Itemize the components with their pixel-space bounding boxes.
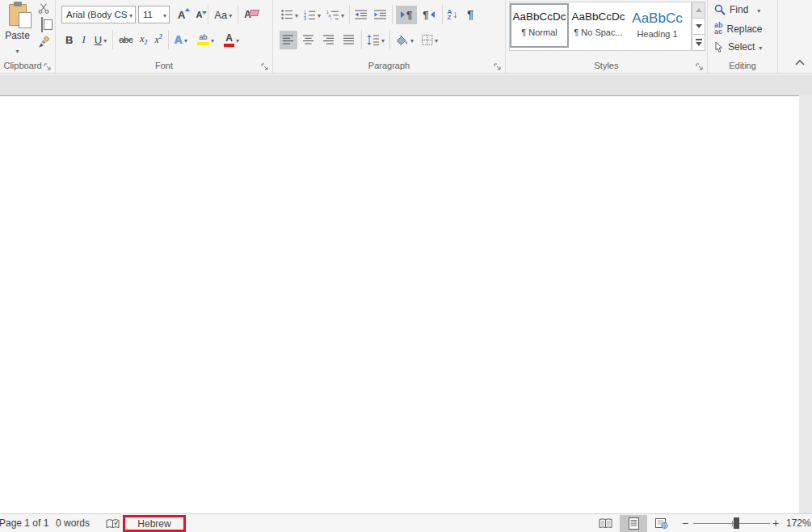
- styles-gallery-scrollbar: [692, 2, 705, 51]
- paragraph-group: 123 1ai ¶ ¶: [273, 0, 506, 73]
- numbering-button[interactable]: 123: [302, 6, 322, 24]
- chevron-up-icon: [794, 59, 806, 65]
- font-name-value: Arial (Body CS: [66, 10, 127, 19]
- increase-indent-button[interactable]: [372, 6, 389, 24]
- read-mode-icon: [599, 518, 612, 529]
- decrease-indent-button[interactable]: [353, 6, 369, 24]
- styles-group: AaBbCcDc ¶ Normal AaBbCcDc ¶ No Spac... …: [506, 0, 708, 73]
- scissors-icon: [38, 3, 49, 14]
- justify-button[interactable]: [340, 31, 358, 49]
- show-hide-formatting-button[interactable]: ¶: [465, 6, 475, 24]
- align-left-button[interactable]: [280, 31, 297, 49]
- proofing-book-icon: [106, 518, 120, 530]
- italic-button[interactable]: I: [79, 31, 87, 49]
- align-right-icon: [323, 35, 334, 44]
- styles-dialog-launcher[interactable]: [696, 60, 705, 69]
- borders-button[interactable]: [420, 31, 440, 49]
- read-mode-button[interactable]: [594, 515, 616, 532]
- right-to-left-direction-button[interactable]: ¶: [419, 6, 438, 24]
- document-page[interactable]: [0, 96, 799, 513]
- font-color-button[interactable]: A: [221, 31, 242, 49]
- replace-icon: abac: [714, 23, 723, 35]
- find-button[interactable]: Find: [714, 4, 760, 15]
- paragraph-dialog-launcher[interactable]: [494, 60, 503, 69]
- styles-scroll-down-button[interactable]: [692, 18, 705, 35]
- svg-text:i: i: [330, 16, 331, 20]
- cut-button[interactable]: [38, 3, 49, 14]
- find-dropdown-icon[interactable]: [757, 4, 760, 15]
- proofing-status-button[interactable]: [106, 518, 120, 532]
- format-painter-button[interactable]: [38, 36, 50, 49]
- collapse-ribbon-button[interactable]: [794, 54, 806, 69]
- ribbon-home-tab-content: Paste Clipboard Arial (Body CS: [0, 0, 812, 74]
- style-heading-1[interactable]: AaBbCc Heading 1: [628, 3, 687, 48]
- grow-font-button[interactable]: A: [175, 6, 187, 24]
- shrink-font-button[interactable]: A: [193, 6, 204, 24]
- select-dropdown-icon[interactable]: [759, 41, 762, 53]
- language-button[interactable]: Hebrew: [137, 518, 170, 530]
- style-no-spacing[interactable]: AaBbCcDc ¶ No Spac...: [569, 3, 628, 48]
- change-case-button[interactable]: Aa: [212, 6, 234, 24]
- replace-button[interactable]: abac Replace: [714, 23, 763, 35]
- editing-group-label: Editing: [708, 61, 777, 70]
- superscript-button[interactable]: x2: [153, 31, 165, 49]
- styles-scroll-up-button[interactable]: [692, 2, 705, 19]
- copy-button[interactable]: [41, 18, 46, 32]
- zoom-slider-track[interactable]: [693, 523, 770, 524]
- strikethrough-button[interactable]: abc: [116, 31, 135, 49]
- underline-button[interactable]: U: [92, 31, 109, 49]
- left-to-right-direction-button[interactable]: ¶: [396, 6, 417, 24]
- subscript-button[interactable]: x2: [137, 31, 149, 49]
- styles-group-label: Styles: [506, 61, 707, 70]
- align-right-button[interactable]: [320, 31, 338, 49]
- editing-group: Find abac Replace Select Editing: [708, 0, 778, 73]
- paste-label: Paste: [5, 30, 30, 41]
- font-group: Arial (Body CS 11 A A Aa A B: [56, 0, 273, 73]
- line-spacing-button[interactable]: [365, 31, 386, 49]
- word-count[interactable]: 0 words: [56, 517, 90, 529]
- paste-button[interactable]: Paste: [2, 2, 33, 58]
- zoom-slider-thumb[interactable]: [734, 517, 739, 529]
- shading-button[interactable]: [393, 31, 415, 49]
- font-dialog-launcher[interactable]: [261, 60, 270, 69]
- copy-icon: [41, 17, 43, 32]
- word-window: Paste Clipboard Arial (Body CS: [0, 0, 812, 532]
- font-name-dropdown-icon[interactable]: [127, 10, 133, 19]
- page-indicator[interactable]: Page 1 of 1: [0, 517, 48, 529]
- select-button[interactable]: Select: [714, 41, 762, 53]
- font-group-label: Font: [56, 61, 272, 70]
- paragraph-group-label: Paragraph: [273, 61, 505, 70]
- zoom-out-button[interactable]: −: [682, 517, 688, 530]
- multilevel-list-icon: 1ai: [326, 10, 339, 20]
- align-left-icon: [283, 35, 294, 44]
- multilevel-list-button[interactable]: 1ai: [325, 6, 346, 24]
- paste-dropdown-arrow-icon[interactable]: [15, 42, 19, 57]
- print-layout-button[interactable]: [620, 515, 647, 532]
- web-layout-button[interactable]: [650, 515, 673, 532]
- style-normal[interactable]: AaBbCcDc ¶ Normal: [510, 3, 569, 48]
- text-effects-button[interactable]: A: [172, 31, 190, 49]
- font-size-dropdown-icon[interactable]: [161, 10, 166, 19]
- bold-button[interactable]: B: [63, 31, 75, 49]
- styles-more-arrow-icon: [696, 42, 702, 46]
- shrink-font-arrow-icon: [202, 11, 207, 15]
- highlight-color-bar: [197, 42, 209, 45]
- font-size-value: 11: [143, 10, 153, 19]
- text-highlight-button[interactable]: ab: [195, 31, 217, 49]
- zoom-percent-button[interactable]: 172%: [786, 517, 810, 529]
- bullets-button[interactable]: [280, 6, 300, 24]
- zoom-in-button[interactable]: +: [772, 517, 779, 530]
- styles-more-button[interactable]: [692, 34, 705, 51]
- find-magnifier-icon: [714, 4, 726, 15]
- vertical-scrollbar[interactable]: [799, 74, 812, 513]
- svg-text:3: 3: [304, 16, 306, 20]
- font-size-combo[interactable]: 11: [138, 6, 170, 23]
- align-center-button[interactable]: [300, 31, 318, 49]
- sort-button[interactable]: AZ ↓: [446, 6, 460, 24]
- align-center-icon: [303, 35, 314, 44]
- status-bar: Page 1 of 1 0 words Hebrew − + 172%: [0, 513, 812, 532]
- clear-formatting-button[interactable]: A: [242, 6, 254, 24]
- clipboard-dialog-launcher[interactable]: [44, 60, 53, 69]
- font-name-combo[interactable]: Arial (Body CS: [61, 6, 136, 23]
- clipboard-group: Paste Clipboard: [0, 0, 56, 73]
